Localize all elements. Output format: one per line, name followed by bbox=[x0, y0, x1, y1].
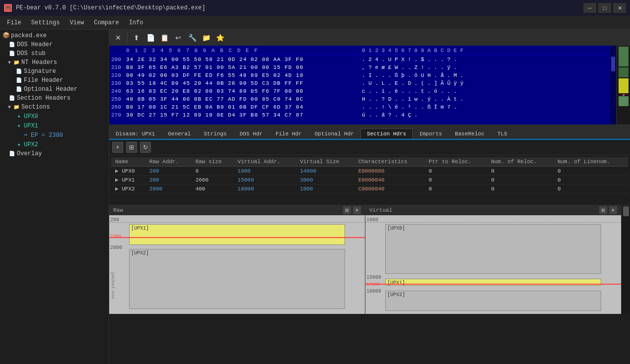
color-seg-yellow bbox=[619, 78, 629, 93]
col-virt-addr: Virtual Addr. bbox=[234, 157, 296, 167]
table-row[interactable]: ▶ UPX2 2800 400 18000 1000 C0000040 0 0 … bbox=[111, 184, 628, 193]
toolbar-open[interactable]: 📁 bbox=[200, 32, 212, 44]
toolbar-bookmark[interactable]: ⭐ bbox=[214, 32, 226, 44]
window-controls: ─ □ ✕ bbox=[583, 3, 626, 13]
toolbar-close[interactable]: ✕ bbox=[112, 32, 124, 44]
raw-close-button[interactable]: ✕ bbox=[353, 206, 361, 214]
titlebar: 🐻 PE-bear v0.7.0 [C:\Users\infected\Desk… bbox=[0, 0, 630, 16]
virtual-ep-line bbox=[365, 284, 621, 285]
menu-info[interactable]: Info bbox=[124, 17, 148, 28]
sidebar-label-upx2: UPX2 bbox=[24, 141, 38, 148]
ep-icon: ➡ bbox=[22, 131, 30, 139]
hex-scrollbar-thumb[interactable] bbox=[611, 57, 615, 71]
cell-virt-addr-2: 18000 bbox=[234, 184, 296, 193]
sidebar-item-upx1[interactable]: ✦ UPX1 bbox=[0, 121, 109, 130]
sidebar-item-file-header[interactable]: 📄 File Header bbox=[0, 76, 109, 85]
cell-chars-2: C0000040 bbox=[354, 184, 425, 193]
menu-compare[interactable]: Compare bbox=[89, 17, 124, 28]
raw-title-label: Raw bbox=[113, 207, 123, 213]
cell-chars-0: E0000080 bbox=[354, 167, 425, 176]
table-row[interactable]: ▶ UPX1 200 2600 15000 3000 E0000040 0 0 … bbox=[111, 176, 628, 184]
ascii-col-headers: 0 1 2 3 4 5 6 7 8 9 A B C D E F bbox=[362, 48, 464, 54]
cell-num-linenum-1: 0 bbox=[554, 176, 628, 184]
hex-col-headers: 0 1 2 3 4 5 6 7 8 9 A B C D E F bbox=[126, 47, 259, 55]
sidebar-item-sections[interactable]: ▼ 📁 Sections bbox=[0, 103, 109, 112]
tab-section-hdrs[interactable]: Section Hdrs bbox=[360, 128, 413, 139]
copy-section-button[interactable]: ⊞ bbox=[126, 142, 137, 153]
cell-raw-addr-0: 200 bbox=[145, 167, 192, 176]
sidebar-item-dos-stub[interactable]: 📄 DOS stub bbox=[0, 49, 109, 58]
cell-num-linenum-0: 0 bbox=[554, 167, 628, 176]
cell-ptr-reloc-2: 0 bbox=[425, 184, 488, 193]
virtual-section-upx2: [UPX2] bbox=[385, 291, 601, 311]
toolbar-disasm[interactable]: ⬆ bbox=[131, 32, 142, 44]
raw-viz-controls: ⊞ ✕ bbox=[343, 206, 361, 214]
table-row[interactable]: ▶ UPX0 200 0 1000 14000 E0000080 0 0 0 bbox=[111, 167, 628, 176]
menu-file[interactable]: File bbox=[2, 17, 26, 28]
sidebar-item-signature[interactable]: 📄 Signature bbox=[0, 67, 109, 76]
virtual-close-button[interactable]: ✕ bbox=[609, 206, 617, 214]
toolbar-paste[interactable]: 📋 bbox=[158, 32, 170, 44]
raw-section-upx1: [UPX1] bbox=[129, 224, 345, 245]
tab-tls[interactable]: TLS bbox=[491, 128, 514, 139]
sidebar-item-upx2[interactable]: ✦ UPX2 bbox=[0, 140, 109, 149]
raw-viz-title: Raw ⊞ ✕ bbox=[109, 205, 365, 215]
hex-area: 0 1 2 3 4 5 6 7 8 9 A B C D E F 200 34 2… bbox=[109, 46, 630, 125]
hex-row-250: 250 48 8B 05 3F 44 06 8B EC 77 AD FD 00 … bbox=[111, 95, 357, 103]
virtual-float-button[interactable]: ⊞ bbox=[599, 206, 607, 214]
raw-viz-panel: Raw ⊞ ✕ 200 [UPX1] bbox=[109, 205, 365, 314]
tab-bar: Disasm: UPX1 General Strings DOS Hdr Fil… bbox=[109, 125, 630, 140]
virtual-addr-15000: 15000 bbox=[366, 275, 381, 280]
minimize-button[interactable]: ─ bbox=[583, 3, 596, 13]
bottom-viz-area: Raw ⊞ ✕ 200 [UPX1] bbox=[109, 205, 630, 314]
sidebar-item-root[interactable]: 📦 packed.exe bbox=[0, 31, 109, 40]
sidebar-label-signature: Signature bbox=[24, 68, 56, 75]
sidebar-item-overlay[interactable]: 📄 Overlay bbox=[0, 149, 109, 158]
col-ptr-reloc: Ptr to Reloc. bbox=[425, 157, 488, 167]
maximize-button[interactable]: □ bbox=[598, 3, 611, 13]
raw-float-button[interactable]: ⊞ bbox=[343, 206, 351, 214]
toolbar-copy[interactable]: 📄 bbox=[144, 32, 156, 44]
tab-general[interactable]: General bbox=[161, 128, 197, 139]
viz-scroll-thumb[interactable] bbox=[623, 206, 629, 216]
ascii-row-240: c . . ì . è . . . t . ö . . . bbox=[362, 87, 608, 95]
reload-section-button[interactable]: ↻ bbox=[140, 142, 151, 153]
tab-strings[interactable]: Strings bbox=[197, 128, 233, 139]
close-button[interactable]: ✕ bbox=[613, 3, 626, 13]
sidebar-item-section-headers[interactable]: 📄 Section Headers bbox=[0, 94, 109, 103]
tab-basereloc[interactable]: BaseReloc bbox=[448, 128, 490, 139]
sidebar-item-nt-headers[interactable]: ▼ 📁 NT Headers bbox=[0, 58, 109, 67]
ascii-row-210: , ? e æ £ W . . Z ! . . . ý . bbox=[362, 63, 608, 71]
virtual-addr-17180: 17180 bbox=[366, 282, 380, 287]
menu-view[interactable]: View bbox=[65, 17, 89, 28]
toolbar-settings[interactable]: 🔧 bbox=[186, 32, 198, 44]
menu-settings[interactable]: Settings bbox=[26, 17, 65, 28]
page-icon-dos-stub: 📄 bbox=[8, 51, 16, 57]
tab-imports[interactable]: Imports bbox=[413, 128, 448, 139]
hex-panel[interactable]: 0 1 2 3 4 5 6 7 8 9 A B C D E F 200 34 2… bbox=[109, 46, 359, 124]
content-area: ✕ ⬆ 📄 📋 ↩ 🔧 📁 ⭐ 0 1 2 3 4 5 6 7 8 9 A B … bbox=[109, 30, 630, 364]
virtual-section-upx2-label: [UPX2] bbox=[386, 292, 407, 298]
cell-num-reloc-1: 0 bbox=[487, 176, 554, 184]
ascii-row-230: . U . L . E . D . ( . ] Ã Û ÿ ÿ bbox=[362, 79, 608, 87]
ascii-row-220: . I . . . ß þ . ö U H . å . M . bbox=[362, 71, 608, 79]
sidebar-item-upx0[interactable]: ✦ UPX0 bbox=[0, 112, 109, 121]
sidebar-item-optional-header[interactable]: 📄 Optional Header bbox=[0, 85, 109, 94]
expand-arrow-sections: ▼ bbox=[8, 105, 11, 110]
sidebar-item-dos-header[interactable]: 📄 DOS Header bbox=[0, 40, 109, 49]
add-section-button[interactable]: + bbox=[112, 142, 123, 153]
viz-scrollbar bbox=[621, 205, 630, 314]
tab-optional-hdr[interactable]: Optional Hdr bbox=[308, 128, 360, 139]
toolbar-undo[interactable]: ↩ bbox=[172, 32, 184, 44]
tab-file-hdr[interactable]: File Hdr bbox=[269, 128, 308, 139]
raw-section-upx2: [UPX2] bbox=[129, 249, 345, 309]
raw-file-label: packed.exe bbox=[110, 272, 115, 299]
sidebar-item-ep[interactable]: ➡ EP = 2380 bbox=[0, 130, 109, 140]
hex-col-header-addr bbox=[111, 47, 125, 55]
hex-row-230: 230 03 55 18 4C 89 45 20 44 0B 28 90 5D … bbox=[111, 79, 357, 87]
hex-row-220: 220 00 49 02 00 03 DF FE ED F6 55 48 89 … bbox=[111, 71, 357, 79]
tab-dos-hdr[interactable]: DOS Hdr bbox=[233, 128, 269, 139]
cell-ptr-reloc-0: 0 bbox=[425, 167, 488, 176]
cell-raw-addr-1: 200 bbox=[145, 176, 192, 184]
tab-disasm[interactable]: Disasm: UPX1 bbox=[109, 128, 161, 139]
